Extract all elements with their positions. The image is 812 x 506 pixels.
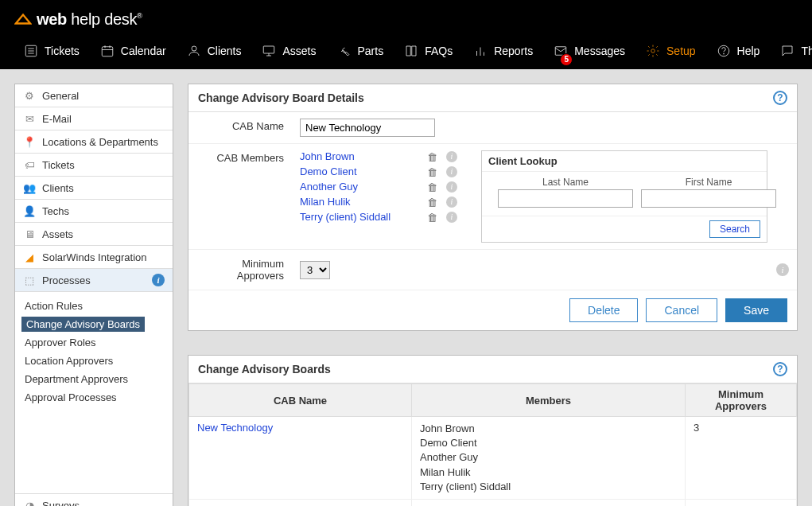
topbar: web help desk® Tickets Calendar Clients … [0,0,812,69]
sidebar-item-assets[interactable]: 🖥Assets [15,223,173,246]
cab-detail-panel: Change Advisory Board Details ? CAB Name… [188,84,798,331]
info-icon[interactable]: i [152,274,165,286]
chart-icon [473,44,488,58]
sub-location-approvers[interactable]: Location Approvers [15,352,173,370]
sidebar-item-label: Processes [42,274,91,286]
nav-label: Parts [357,45,383,57]
sidebar-item-surveys[interactable]: ◔Surveys [15,494,173,506]
nav-clients[interactable]: Clients [177,39,251,63]
sidebar-item-tickets[interactable]: 🏷Tickets [15,154,173,177]
members-cell: John Brown Demo Client Another Guy Milan… [412,417,686,500]
lookup-title: Client Lookup [482,151,767,172]
svg-point-18 [723,53,724,54]
envelope-icon: ✉ [23,112,36,125]
info-icon[interactable]: i [446,151,457,162]
info-icon[interactable]: i [446,212,457,223]
sub-action-rules[interactable]: Action Rules [15,297,173,315]
svg-rect-9 [264,46,275,53]
sidebar-item-label: Surveys [42,500,80,507]
delete-button[interactable]: Delete [569,298,638,322]
search-button[interactable]: Search [709,220,760,238]
sub-approver-roles[interactable]: Approver Roles [15,333,173,352]
cab-name-label: CAB Name [188,112,292,143]
sidebar-item-processes[interactable]: ⬚Processesi [15,269,173,292]
cab-members-row: CAB Members John Brown🗑i Demo Client🗑i A… [188,144,797,250]
panel-title-row: Change Advisory Board Details ? [188,84,797,112]
cab-name-input[interactable] [300,119,435,137]
member-link[interactable]: Terry (client) Siddall [300,211,419,223]
sub-dept-approvers[interactable]: Department Approvers [15,370,173,388]
first-name-input[interactable] [641,189,776,208]
cab-members-label: CAB Members [188,144,292,249]
monitor-icon [262,44,276,58]
pie-icon: ◔ [23,499,36,506]
sidebar-item-locations[interactable]: 📍Locations & Departments [15,130,173,154]
nav-parts[interactable]: Parts [327,39,393,63]
people-icon: 👥 [23,181,36,194]
brand-text: web help desk® [37,10,142,29]
trash-icon[interactable]: 🗑 [427,166,438,177]
member-link[interactable]: Another Guy [300,181,419,193]
trash-icon[interactable]: 🗑 [427,181,438,193]
help-icon[interactable]: ? [773,91,787,105]
cancel-button[interactable]: Cancel [646,298,717,322]
members-cell: Demo Client Milan Hulik Terry (client) S… [412,499,686,506]
flow-icon: ⬚ [23,274,36,286]
wrench-icon [336,44,351,58]
nav-reports[interactable]: Reports [464,39,542,63]
sub-cab[interactable]: Change Advisory Boards [21,317,145,332]
member-link[interactable]: Demo Client [300,165,419,177]
info-icon[interactable]: i [446,197,457,208]
nav-tickets[interactable]: Tickets [14,39,89,63]
nav-help[interactable]: Help [707,39,770,63]
trash-icon[interactable]: 🗑 [427,197,438,208]
nav-faqs[interactable]: FAQs [394,39,462,63]
sidebar: ⚙General ✉E-Mail 📍Locations & Department… [14,84,173,506]
nav-setup[interactable]: Setup [636,39,705,63]
tag-icon: 🏷 [23,158,36,171]
member-row: John Brown🗑i [300,150,457,162]
sidebar-item-solarwinds[interactable]: ◢SolarWinds Integration [15,246,173,269]
sidebar-item-label: E-Mail [42,113,72,125]
col-min-approvers[interactable]: Minimum Approvers [686,384,797,417]
member-link[interactable]: Milan Hulik [300,196,419,208]
panel-title: Change Advisory Boards [198,363,331,376]
help-icon[interactable]: ? [773,362,787,376]
processes-submenu: Action Rules Change Advisory Boards Appr… [15,292,173,415]
sub-approval-processes[interactable]: Approval Processes [15,388,173,407]
min-approvers-select[interactable]: 3 [300,261,330,279]
info-icon[interactable]: i [776,263,789,276]
save-button[interactable]: Save [725,298,787,322]
sidebar-item-label: General [42,90,79,102]
sidebar-item-techs[interactable]: 👤Techs [15,200,173,223]
member-link[interactable]: John Brown [300,150,419,162]
min-cell: 3 [686,499,797,506]
nav-thwack[interactable]: Thwack [771,39,812,63]
brand: web help desk® [0,0,812,32]
svg-point-16 [651,49,655,53]
sidebar-item-clients[interactable]: 👥Clients [15,177,173,200]
member-row: Demo Client🗑i [300,165,457,177]
content: Change Advisory Board Details ? CAB Name… [188,84,798,506]
col-members[interactable]: Members [412,384,686,417]
last-name-input[interactable] [498,189,633,208]
col-cab-name[interactable]: CAB Name [189,384,412,417]
sidebar-item-email[interactable]: ✉E-Mail [15,107,173,130]
nav-messages[interactable]: 5 Messages [544,39,635,63]
trash-icon[interactable]: 🗑 [427,212,438,223]
panel-title: Change Advisory Board Details [198,91,364,104]
person-icon [187,44,201,58]
info-icon[interactable]: i [446,166,457,177]
calendar-icon [100,44,115,58]
cab-link[interactable]: New Technology [197,422,273,434]
cab-name-row: CAB Name [188,112,797,144]
info-icon[interactable]: i [446,181,457,193]
cab-table: CAB Name Members Minimum Approvers New T… [188,383,797,506]
trash-icon[interactable]: 🗑 [427,151,438,162]
nav-label: Help [737,45,760,57]
cab-list-panel: Change Advisory Boards ? CAB Name Member… [188,355,798,506]
nav-assets[interactable]: Assets [252,39,325,63]
sidebar-item-general[interactable]: ⚙General [15,84,173,107]
panel-title-row: Change Advisory Boards ? [188,356,797,383]
nav-calendar[interactable]: Calendar [91,39,176,63]
